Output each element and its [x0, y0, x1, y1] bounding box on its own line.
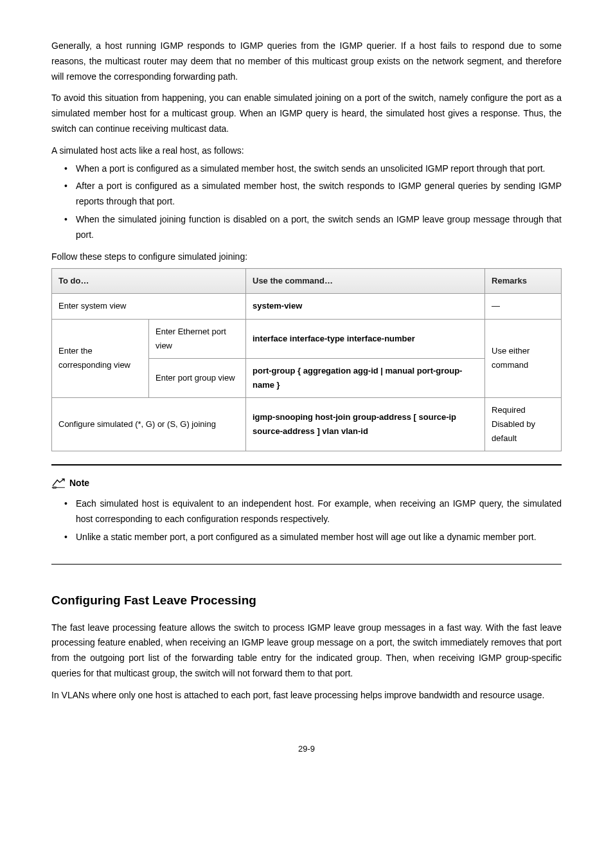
- table-cell: Enter the corresponding view: [52, 319, 149, 397]
- table-header: Remarks: [485, 269, 562, 294]
- list-item: When the simulated joining function is d…: [64, 212, 562, 243]
- paragraph: To avoid this situation from happening, …: [51, 91, 562, 136]
- page-number: 29-9: [51, 742, 562, 756]
- table-cell: igmp-snooping host-join group-address [ …: [246, 397, 485, 451]
- table-cell: interface interface-type interface-numbe…: [246, 319, 485, 358]
- table-row: Enter the corresponding view Enter Ether…: [52, 319, 562, 358]
- list-item: When a port is configured as a simulated…: [64, 161, 562, 177]
- table-header: Use the command…: [246, 269, 485, 294]
- paragraph: A simulated host acts like a real host, …: [51, 143, 562, 159]
- note-list: Each simulated host is equivalent to an …: [51, 496, 562, 545]
- paragraph: Generally, a host running IGMP responds …: [51, 39, 562, 84]
- paragraph: The fast leave processing feature allows…: [51, 620, 562, 682]
- table-row: Enter system view system-view —: [52, 294, 562, 319]
- bullet-list: When a port is configured as a simulated…: [51, 161, 562, 243]
- paragraph: Follow these steps to configure simulate…: [51, 249, 562, 265]
- table-cell: system-view: [246, 294, 485, 319]
- config-table: To do… Use the command… Remarks Enter sy…: [51, 268, 562, 451]
- table-cell: Enter port group view: [149, 358, 246, 397]
- table-row: Configure simulated (*, G) or (S, G) joi…: [52, 397, 562, 451]
- paragraph: In VLANs where only one host is attached…: [51, 688, 562, 703]
- table-cell: Enter Ethernet port view: [149, 319, 246, 358]
- table-cell: Configure simulated (*, G) or (S, G) joi…: [52, 397, 246, 451]
- table-cell: —: [485, 294, 562, 319]
- table-cell: Use either command: [485, 319, 562, 397]
- table-cell: Required Disabled by default: [485, 397, 562, 451]
- table-cell: Enter system view: [52, 294, 246, 319]
- table-header: To do…: [52, 269, 246, 294]
- list-item: Unlike a static member port, a port conf…: [64, 530, 562, 545]
- section-heading: Configuring Fast Leave Processing: [51, 590, 562, 611]
- list-item: After a port is configured as a simulate…: [64, 179, 562, 210]
- table-cell: port-group { aggregation agg-id | manual…: [246, 358, 485, 397]
- note-icon: [51, 478, 66, 489]
- list-item: Each simulated host is equivalent to an …: [64, 496, 562, 527]
- note-label: Note: [69, 476, 89, 491]
- note-box: Note Each simulated host is equivalent t…: [51, 465, 562, 565]
